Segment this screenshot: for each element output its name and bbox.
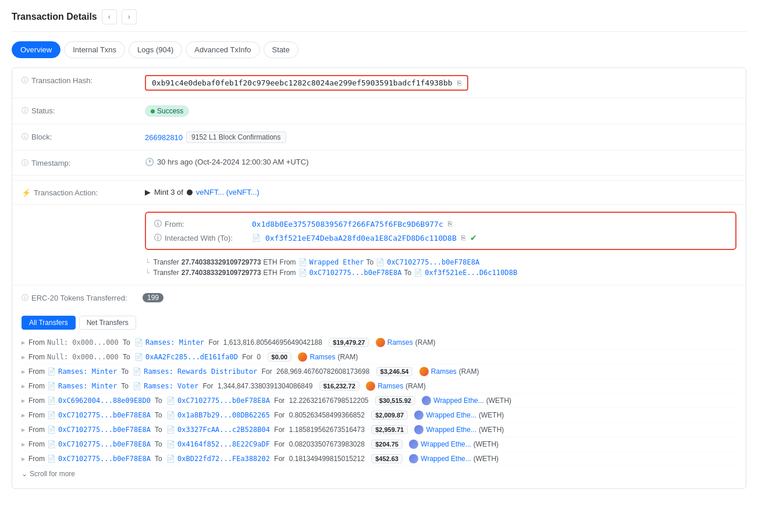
transfer-from-link-7[interactable]: 0xC7102775...b0eF78E8A — [58, 440, 151, 448]
token-name-link-6[interactable]: Wrapped Ethe... — [426, 426, 476, 434]
copy-hash-icon[interactable]: ⎘ — [457, 79, 461, 87]
transfer-from-link-2[interactable]: Ramses: Minter — [58, 367, 117, 376]
from-doc-icon-8: 📄 — [47, 455, 56, 463]
token-logo-0 — [376, 338, 385, 347]
tab-internal-txns[interactable]: Internal Txns — [64, 41, 125, 58]
transfer-from-link-8[interactable]: 0xC7102775...b0eF78E8A — [58, 455, 151, 463]
contract-doc-icon: 📄 — [252, 234, 261, 242]
transfer-from-link-3[interactable]: Ramses: Minter — [58, 382, 117, 390]
transfer-item-2: Transfer 27.740383329109729773 ETH From … — [145, 267, 736, 278]
lightning-icon: ⚡ — [22, 188, 31, 197]
token-name-link-8[interactable]: Wrapped Ethe... — [421, 455, 471, 463]
to-doc-icon-1: 📄 — [134, 353, 143, 361]
token-logo-6 — [414, 425, 424, 434]
timestamp-value: 🕐 30 hrs ago (Oct-24-2024 12:00:30 AM +U… — [145, 158, 736, 166]
t1-from-link[interactable]: Wrapped Ether — [309, 258, 364, 266]
copy-to-icon[interactable]: ⎘ — [461, 234, 465, 242]
action-target-link[interactable]: veNFT... (veNFT...) — [196, 188, 259, 197]
transfer-from-link-0[interactable]: Null: 0x000...000 — [47, 338, 119, 347]
t1-from-doc: 📄 — [298, 258, 307, 266]
to-doc-icon-0: 📄 — [134, 338, 143, 347]
transfer-to-link-4[interactable]: 0xC7102775...b0eF78E8A — [177, 397, 270, 405]
transfer-usd-8: $452.63 — [371, 454, 403, 463]
to-address-link[interactable]: 0xf3f521eE74DebaA28fd0ea1E8Ca2FD8D6c110D… — [265, 234, 457, 242]
t2-to-link[interactable]: 0xf3f521eE...D6c110D8B — [425, 269, 517, 277]
transfer-usd-6: $2,959.71 — [371, 425, 408, 434]
t2-from-link[interactable]: 0xC7102775...b0eF78E8A — [309, 269, 402, 277]
token-logo-8 — [409, 454, 418, 463]
timestamp-text: 🕐 30 hrs ago (Oct-24-2024 12:00:30 AM +U… — [145, 158, 309, 166]
transfer-usd-5: $2,009.87 — [371, 410, 408, 420]
erc20-content: All Transfers Net Transfers From Null: 0… — [22, 316, 736, 481]
erc20-label: ⓘ ERC-20 Tokens Transferred: — [22, 292, 138, 303]
to-doc-icon-4: 📄 — [166, 397, 175, 405]
tx-hash-value: 0xb91c4e0debaf0feb1f20c979eebc1282c8024a… — [145, 75, 736, 91]
transfer-usd-4: $30,515.92 — [375, 396, 415, 405]
block-label: ⓘ Block: — [22, 131, 138, 142]
prev-button[interactable]: ‹ — [102, 9, 117, 24]
transfer-to-link-7[interactable]: 0x4164f852...8E22C9aDF — [177, 440, 270, 448]
transfer-amount-0: 1,613,816.80564695649042188 — [223, 338, 322, 347]
transfer-from-link-5[interactable]: 0xC7102775...b0eF78E8A — [58, 411, 151, 419]
transfer-to-link-6[interactable]: 0x3327FcAA...c2B528B04 — [177, 426, 270, 434]
copy-from-icon[interactable]: ⎘ — [448, 220, 452, 228]
next-button[interactable]: › — [122, 9, 137, 24]
transfer-to-link-8[interactable]: 0xBD22fd72...FEa388202 — [177, 455, 270, 463]
token-name-link-1[interactable]: Ramses — [309, 353, 335, 361]
transfer-to-link-0[interactable]: Ramses: Minter — [145, 338, 204, 347]
transfer-from-link-1[interactable]: Null: 0x000...000 — [47, 353, 119, 361]
token-symbol-3: (RAM) — [405, 382, 426, 390]
from-address-link[interactable]: 0x1d8b0Ee375750839567f266FA75f6FBc9D6B97… — [252, 220, 443, 228]
token-name-link-4[interactable]: Wrapped Ethe... — [433, 397, 484, 405]
transfer-amount-7: 0.082033507673983028 — [289, 440, 365, 448]
filter-all-button[interactable]: All Transfers — [22, 316, 76, 330]
transfer-to-link-3[interactable]: Ramses: Voter — [144, 382, 198, 390]
token-transfer-0: From Null: 0x000...000 To 📄 Ramses: Mint… — [22, 335, 736, 350]
transfer-to-link-5[interactable]: 0x1a8B7b29...08DB62265 — [177, 411, 270, 419]
tx-hash-text: 0xb91c4e0debaf0feb1f20c979eebc1282c8024a… — [152, 78, 453, 87]
tab-overview[interactable]: Overview — [12, 41, 61, 58]
transfer-to-link-1[interactable]: 0xAA2Fc285...dE161fa0D — [145, 353, 238, 361]
from-to-row: ⓘ From: 0x1d8b0Ee375750839567f266FA75f6F… — [12, 205, 746, 285]
token-symbol-5: (WETH) — [479, 411, 504, 419]
token-name-link-0[interactable]: Ramses — [387, 338, 413, 347]
token-transfer-8: From 📄0xC7102775...b0eF78E8A To 📄 0xBD22… — [22, 452, 736, 466]
status-dot — [151, 109, 155, 113]
transfer-amount-3: 1,344,847.3380391304086849 — [218, 382, 313, 390]
token-logo-1 — [298, 352, 307, 362]
from-to-box: ⓘ From: 0x1d8b0Ee375750839567f266FA75f6F… — [145, 212, 736, 250]
transfer-to-link-2[interactable]: Ramses: Rewards Distributor — [144, 367, 257, 376]
token-name-link-5[interactable]: Wrapped Ethe... — [426, 411, 476, 419]
scroll-more[interactable]: ⌄ Scroll for more — [22, 466, 736, 481]
mint-dot-icon — [187, 190, 193, 195]
transfer-amount-4: 12.22632167679851220​5 — [289, 397, 369, 405]
tab-advanced-txinfo[interactable]: Advanced TxInfo — [186, 41, 259, 58]
token-logo-4 — [422, 396, 431, 405]
tx-hash-box: 0xb91c4e0debaf0feb1f20c979eebc1282c8024a… — [145, 75, 468, 91]
spacer-row — [12, 176, 746, 181]
token-transfer-1: From Null: 0x000...000 To 📄 0xAA2Fc285..… — [22, 350, 736, 365]
filter-tabs: All Transfers Net Transfers — [22, 316, 736, 330]
token-name-link-3[interactable]: Ramses — [378, 382, 403, 390]
token-name-link-7[interactable]: Wrapped Ethe... — [421, 440, 471, 448]
token-symbol-6: (WETH) — [479, 426, 504, 434]
t1-to-link[interactable]: 0xC7102775...b0eF78E8A — [387, 258, 479, 266]
token-symbol-8: (WETH) — [474, 455, 499, 463]
token-symbol-1: (RAM) — [338, 353, 358, 361]
chevron-down-icon: ⌄ — [22, 470, 27, 478]
tab-logs[interactable]: Logs (904) — [129, 41, 182, 58]
filter-net-button[interactable]: Net Transfers — [79, 316, 136, 330]
transfer-from-link-4[interactable]: 0xC6962004...88e09E8D0 — [58, 397, 151, 405]
transfer-item-1: Transfer 27.740383329109729773 ETH From … — [145, 257, 736, 267]
block-number-link[interactable]: 266982810 — [145, 133, 183, 142]
token-symbol-4: (WETH) — [486, 397, 511, 405]
help-icon-erc20: ⓘ — [22, 293, 29, 303]
token-name-link-2[interactable]: Ramses — [431, 367, 457, 376]
to-doc-icon-6: 📄 — [166, 426, 175, 434]
transfer-from-link-6[interactable]: 0xC7102775...b0eF78E8A — [58, 426, 151, 434]
confirmations-badge: 9152 L1 Block Confirmations — [186, 131, 286, 143]
tab-state[interactable]: State — [264, 41, 298, 58]
clock-icon: 🕐 — [145, 158, 154, 166]
from-doc-icon-3: 📄 — [47, 382, 56, 390]
action-arrow: ▶ — [145, 188, 151, 197]
